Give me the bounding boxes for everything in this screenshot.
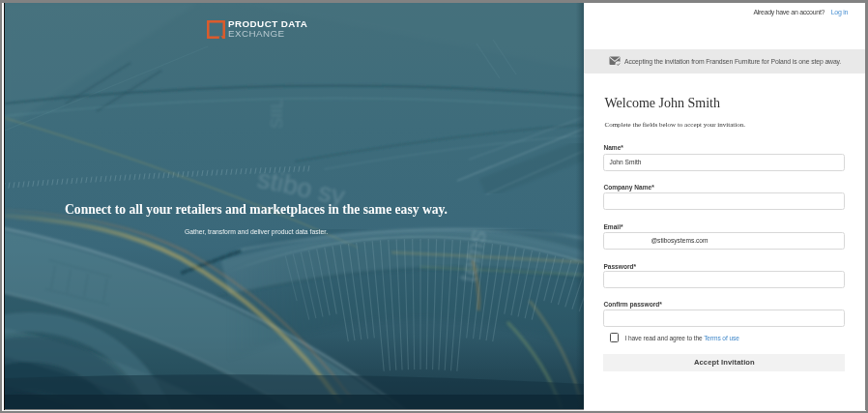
svg-text:SIIL: SIIL — [268, 100, 286, 129]
svg-text:Gather, transform and deliver: Gather, transform and deliver product da… — [185, 228, 328, 236]
svg-text:EXCHANGE: EXCHANGE — [228, 28, 285, 39]
svg-text:Connect to all your retailers: Connect to all your retailers and market… — [65, 202, 448, 217]
